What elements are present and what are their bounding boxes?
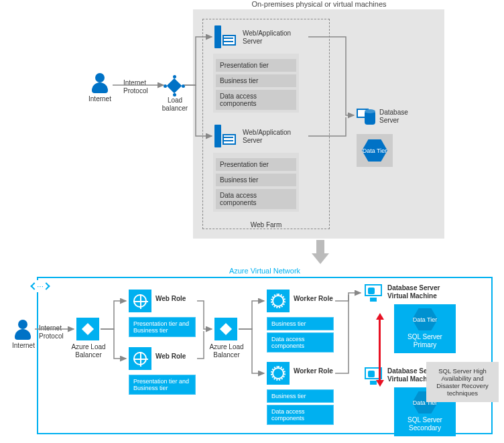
azure-lb-icon (76, 318, 99, 340)
web-role-icon (129, 347, 151, 370)
user-icon (90, 73, 109, 93)
presentation-tier: Presentation tier (216, 59, 296, 72)
database-icon (357, 107, 375, 126)
tiers-group: Presentation tier Business tier Data acc… (213, 54, 299, 113)
presentation-tier: Presentation tier (216, 158, 296, 171)
server-label: Web/Application Server (243, 29, 303, 46)
data-tier-box: Data Tier (357, 134, 393, 167)
business-tier: Business tier (216, 174, 296, 186)
user-icon (13, 320, 32, 340)
alb-label: Azure Load Balancer (71, 343, 106, 359)
data-tier-hex: Data Tier (362, 139, 387, 162)
onprem-title: On-premises physical or virtual machines (201, 0, 437, 8)
internet-label: Internet (7, 342, 40, 350)
server-label: Web/Application Server (243, 129, 303, 145)
azure-lb-icon (214, 318, 237, 340)
sql-label: SQL Server Secondary (397, 416, 453, 432)
data-access-tier: Data access components (216, 189, 296, 209)
ip-label: Internet Protocol (123, 79, 155, 95)
tiers-group: Presentation tier Business tier Data acc… (213, 153, 299, 212)
hadr-box: SQL Server High Availability and Disaste… (426, 362, 499, 402)
vnet-tag-icon: ··· (29, 280, 51, 292)
sql-primary-block: Data Tier SQL Server Primary (394, 304, 456, 353)
business-tier: Business tier (216, 74, 296, 87)
worker-role-icon (267, 290, 290, 312)
data-access-tier: Data access components (267, 332, 334, 353)
db-vm-label: Database Server Virtual Machine (387, 284, 454, 300)
webfarm-label: Web Farm (202, 221, 330, 229)
internet-label: Internet (83, 95, 117, 103)
web-role-label: Web Role (155, 295, 196, 303)
webapp-server-icon (214, 125, 233, 147)
web-role-tier: Presentation tier and Business tier (129, 317, 196, 337)
db-server-label: Database Server (379, 109, 420, 125)
sql-label: SQL Server Primary (397, 333, 453, 349)
db-vm-icon (363, 284, 383, 302)
data-access-tier: Data access components (216, 90, 296, 110)
ip-label: Internet Protocol (39, 324, 71, 340)
web-role-label: Web Role (155, 353, 196, 361)
webapp-server-icon (214, 25, 233, 48)
migration-arrow-icon (312, 240, 329, 265)
vnet-title: Azure Virtual Network (37, 267, 493, 275)
lb-label: Load balancer (158, 97, 192, 113)
worker-tiers: Business tier Data access components (267, 315, 334, 353)
data-tier-hex: Data Tier (412, 308, 438, 330)
worker-tiers: Business tier Data access components (267, 387, 334, 425)
worker-role-label: Worker Role (294, 367, 340, 375)
load-balancer-icon (166, 77, 183, 94)
web-role-tier: Presentation tier and Business tier (129, 375, 196, 395)
data-access-tier: Data access components (267, 405, 334, 425)
alb-label: Azure Load Balancer (209, 343, 244, 359)
worker-role-icon (267, 362, 290, 385)
replication-arrow-icon (376, 313, 384, 387)
worker-role-label: Worker Role (294, 295, 340, 303)
web-role-icon (129, 290, 151, 312)
business-tier: Business tier (267, 389, 334, 403)
business-tier: Business tier (267, 317, 334, 330)
